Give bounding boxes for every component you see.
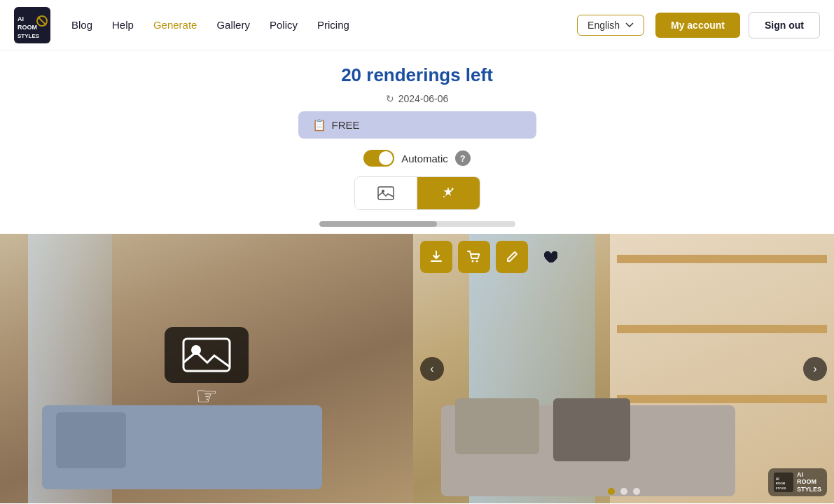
tool-row — [354, 176, 480, 210]
nav-gallery[interactable]: Gallery — [216, 19, 250, 31]
header-right: My account Sign out — [655, 12, 820, 38]
image-tab-button[interactable] — [355, 177, 418, 209]
nav-help[interactable]: Help — [112, 19, 134, 31]
svg-point-9 — [443, 196, 445, 197]
svg-text:AI: AI — [18, 15, 24, 22]
help-button[interactable]: ? — [455, 150, 471, 166]
plan-bar: 📋 FREE — [298, 111, 536, 139]
heart-button[interactable] — [534, 241, 566, 273]
svg-text:STYLES: STYLES — [18, 33, 40, 39]
date-row: ↻ 2024-06-06 — [386, 93, 449, 104]
renderings-count: 20 renderings left — [341, 64, 493, 86]
date-label: 2024-06-06 — [398, 93, 449, 104]
svg-point-13 — [476, 260, 478, 262]
carousel-dot-3[interactable] — [633, 488, 640, 495]
edit-icon — [506, 251, 518, 263]
progress-bar — [319, 221, 515, 227]
automatic-row: Automatic ? — [363, 150, 471, 167]
toggle-knob — [379, 151, 393, 165]
carousel-dot-2[interactable] — [620, 488, 627, 495]
watermark-logo-icon: AI ROOM STYLES — [774, 472, 793, 492]
svg-rect-6 — [378, 187, 394, 200]
original-image-container[interactable]: ☞ — [0, 234, 413, 503]
cart-button[interactable] — [458, 241, 490, 273]
cart-icon — [467, 250, 481, 264]
automatic-toggle[interactable] — [363, 150, 394, 167]
main-content: 20 renderings left ↻ 2024-06-06 📋 FREE A… — [0, 50, 834, 227]
generated-image-container: ‹ › AI ROOM STYLES AI ROOM STYLES — [413, 234, 834, 503]
svg-text:AI: AI — [776, 477, 779, 481]
images-section: ☞ — [0, 234, 834, 503]
carousel-dots — [608, 488, 640, 495]
carousel-next-button[interactable]: › — [803, 357, 827, 381]
image-icon — [377, 186, 394, 200]
language-selector[interactable]: English — [577, 15, 644, 36]
nav-policy[interactable]: Policy — [270, 19, 298, 31]
automatic-label: Automatic — [401, 153, 448, 164]
header: AI ROOM STYLES Blog Help Generate Galler… — [0, 0, 834, 50]
nav-pricing[interactable]: Pricing — [317, 19, 349, 31]
carousel-prev-button[interactable]: ‹ — [420, 357, 444, 381]
download-button[interactable] — [420, 241, 452, 273]
carousel-dot-1[interactable] — [608, 488, 615, 495]
refresh-icon: ↻ — [386, 93, 394, 104]
sign-out-button[interactable]: Sign out — [749, 12, 820, 38]
plan-label: FREE — [332, 119, 360, 131]
next-arrow-icon: › — [813, 363, 816, 375]
my-account-button[interactable]: My account — [655, 13, 740, 38]
svg-text:ROOM: ROOM — [776, 482, 786, 485]
main-nav: Blog Help Generate Gallery Policy Pricin… — [71, 19, 577, 31]
image-action-bar — [420, 241, 566, 273]
nav-generate[interactable]: Generate — [153, 19, 197, 31]
svg-text:ROOM: ROOM — [18, 24, 37, 31]
prev-arrow-icon: ‹ — [430, 363, 433, 375]
edit-button[interactable] — [496, 241, 528, 273]
svg-point-8 — [452, 188, 454, 190]
progress-fill — [319, 221, 437, 227]
watermark-text: AI ROOM STYLES — [797, 471, 821, 493]
logo-icon: AI ROOM STYLES — [14, 7, 50, 43]
plan-icon: 📋 — [312, 118, 326, 132]
generate-tab-button[interactable] — [417, 177, 480, 209]
heart-icon — [542, 249, 557, 265]
chevron-down-icon — [625, 22, 634, 28]
download-icon — [429, 250, 443, 264]
logo-link[interactable]: AI ROOM STYLES — [14, 7, 50, 43]
svg-text:STYLES: STYLES — [776, 486, 786, 489]
sparkle-icon — [440, 186, 456, 201]
language-label: English — [588, 20, 620, 31]
svg-point-12 — [472, 260, 474, 262]
nav-blog[interactable]: Blog — [71, 19, 92, 31]
watermark: AI ROOM STYLES AI ROOM STYLES — [768, 468, 827, 496]
